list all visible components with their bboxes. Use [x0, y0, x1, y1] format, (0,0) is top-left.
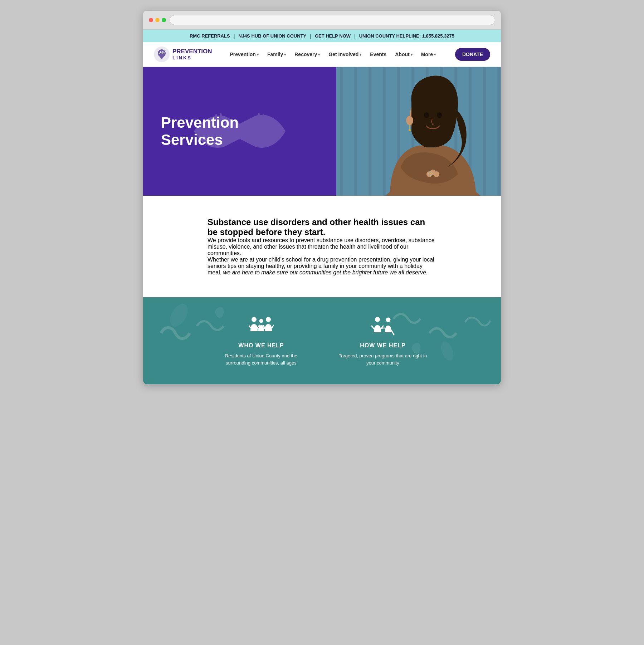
address-bar[interactable] — [170, 15, 495, 25]
svg-point-29 — [434, 171, 439, 177]
minimize-dot[interactable] — [155, 18, 160, 22]
hero-left-panel: Prevention Services — [143, 67, 336, 196]
svg-rect-7 — [354, 67, 357, 196]
who-we-help-card[interactable]: WHO WE HELP Residents of Union County an… — [215, 315, 308, 366]
hero-image — [336, 67, 501, 196]
logo-icon — [154, 47, 170, 62]
nav-prevention[interactable]: Prevention ▾ — [226, 49, 262, 59]
chevron-down-icon: ▾ — [284, 53, 286, 57]
nav-more[interactable]: More ▾ — [418, 49, 439, 59]
hero-photo-placeholder — [336, 67, 501, 196]
content-headline: Substance use disorders and other health… — [208, 217, 436, 237]
svg-rect-9 — [383, 67, 386, 196]
chevron-down-icon: ▾ — [360, 53, 361, 57]
maximize-dot[interactable] — [162, 18, 166, 22]
svg-point-35 — [259, 319, 263, 323]
hero-section: Prevention Services — [143, 67, 501, 196]
close-dot[interactable] — [149, 18, 153, 22]
svg-point-33 — [439, 340, 455, 362]
donate-button[interactable]: DONATE — [455, 48, 490, 61]
chevron-down-icon: ▾ — [318, 53, 320, 57]
svg-point-32 — [166, 301, 191, 330]
logo-text: PREVENTION LINKS — [172, 48, 212, 60]
nav-links: Prevention ▾ Family ▾ Recovery ▾ Get Inv… — [226, 49, 448, 59]
svg-point-37 — [375, 317, 380, 322]
who-we-help-heading: WHO WE HELP — [215, 342, 308, 349]
rmc-referrals-link[interactable]: RMC REFERRALS — [190, 33, 230, 39]
chevron-down-icon: ▾ — [411, 53, 413, 57]
svg-rect-16 — [483, 67, 486, 196]
hero-title: Prevention Services — [161, 114, 318, 149]
svg-rect-8 — [369, 67, 371, 196]
get-help-link[interactable]: GET HELP NOW — [315, 33, 351, 39]
helpline-text: UNION COUNTY HELPLINE: 1.855.825.3275 — [359, 33, 454, 39]
inner-content: Substance use disorders and other health… — [200, 196, 444, 297]
separator-2: | — [310, 33, 311, 39]
chevron-down-icon: ▾ — [434, 53, 436, 57]
content-paragraph-2: Whether we are at your child's school fo… — [208, 256, 436, 276]
teal-background-pattern — [143, 297, 501, 369]
chevron-down-icon: ▾ — [257, 53, 259, 57]
browser-window: RMC REFERRALS | NJ4S HUB OF UNION COUNTY… — [143, 11, 501, 384]
navbar: PREVENTION LINKS Prevention ▾ Family ▾ R… — [143, 42, 501, 67]
who-we-help-description: Residents of Union County and the surrou… — [215, 352, 308, 366]
svg-rect-17 — [497, 67, 500, 196]
browser-dots — [149, 18, 166, 22]
how-we-help-heading: HOW WE HELP — [336, 342, 429, 349]
svg-point-26 — [409, 129, 411, 131]
svg-point-34 — [252, 317, 257, 322]
nav-recovery[interactable]: Recovery ▾ — [291, 49, 323, 59]
website-content: RMC REFERRALS | NJ4S HUB OF UNION COUNTY… — [143, 30, 501, 384]
browser-chrome — [143, 11, 501, 30]
nj4s-link[interactable]: NJ4S HUB OF UNION COUNTY — [238, 33, 306, 39]
svg-point-1 — [160, 51, 161, 53]
teal-cards-section: WHO WE HELP Residents of Union County an… — [143, 297, 501, 384]
how-we-help-description: Targeted, proven programs that are right… — [336, 352, 429, 366]
separator-3: | — [354, 33, 356, 39]
nav-family[interactable]: Family ▾ — [264, 49, 289, 59]
svg-point-23 — [439, 113, 441, 115]
logo[interactable]: PREVENTION LINKS — [154, 47, 212, 62]
svg-point-2 — [162, 51, 164, 53]
how-we-help-card[interactable]: HOW WE HELP Targeted, proven programs th… — [336, 315, 429, 366]
svg-point-22 — [426, 113, 428, 115]
nav-get-involved[interactable]: Get Involved ▾ — [325, 49, 365, 59]
nav-about[interactable]: About ▾ — [391, 49, 416, 59]
svg-point-36 — [266, 317, 271, 322]
svg-point-31 — [430, 173, 431, 174]
content-paragraph-1: We provide tools and resources to preven… — [208, 237, 436, 256]
content-section: Substance use disorders and other health… — [143, 196, 501, 297]
separator-1: | — [234, 33, 235, 39]
svg-rect-6 — [340, 67, 343, 196]
nav-events[interactable]: Events — [366, 49, 390, 59]
how-we-help-icon — [370, 315, 395, 337]
top-announcement-bar: RMC REFERRALS | NJ4S HUB OF UNION COUNTY… — [143, 30, 501, 42]
who-we-help-icon — [249, 315, 274, 337]
svg-point-24 — [406, 116, 413, 125]
svg-point-38 — [386, 318, 391, 322]
